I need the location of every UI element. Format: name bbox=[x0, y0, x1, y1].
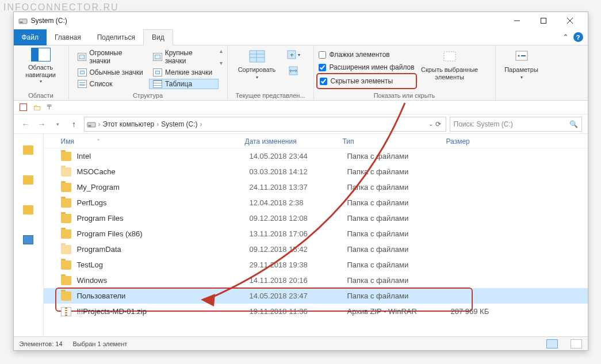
checkbox-file-extensions[interactable]: Расширения имен файлов bbox=[319, 62, 415, 73]
file-name: MSOCache bbox=[77, 167, 250, 176]
ribbon-collapse-icon[interactable]: ⌃ bbox=[562, 33, 569, 41]
chevron-right-icon[interactable]: › bbox=[98, 120, 101, 128]
folder-icon bbox=[61, 183, 71, 192]
file-row[interactable]: MSOCache03.03.2018 14:12Папка с файлами bbox=[44, 164, 588, 179]
chevron-right-icon[interactable]: › bbox=[200, 120, 202, 128]
file-row[interactable]: !!!Projects-MD-01.zip19.11.2018 11:36Арх… bbox=[44, 304, 588, 319]
sidebar-folder-icon[interactable] bbox=[23, 205, 33, 214]
checkbox-item-flags[interactable]: Флажки элементов bbox=[319, 49, 415, 60]
svg-rect-17 bbox=[521, 55, 526, 56]
explorer-window: System (C:) Файл Главная Поделиться Вид … bbox=[13, 12, 588, 351]
checkbox-flags-label: Флажки элементов bbox=[330, 51, 390, 59]
crumb-drive[interactable]: System (C:) bbox=[161, 120, 197, 128]
nav-up-button[interactable]: ↑ bbox=[68, 118, 81, 131]
breadcrumb[interactable]: › Этот компьютер › System (C:) › ⌄ ⟳ bbox=[84, 117, 446, 132]
svg-rect-6 bbox=[250, 51, 265, 62]
select-all-checkbox[interactable] bbox=[20, 104, 27, 111]
maximize-icon bbox=[541, 18, 546, 24]
statusbar: Элементов: 14 Выбран 1 элемент bbox=[14, 336, 588, 350]
search-input[interactable]: Поиск: System (C:) 🔍 bbox=[450, 117, 582, 132]
maximize-button[interactable] bbox=[530, 12, 557, 29]
nav-forward-button[interactable]: → bbox=[36, 118, 48, 131]
minimize-button[interactable] bbox=[504, 12, 530, 29]
view-thumbnails-button[interactable] bbox=[571, 339, 582, 348]
layout-table[interactable]: Таблица bbox=[149, 79, 218, 89]
file-row[interactable]: TestLog29.11.2018 19:38Папка с файлами bbox=[44, 257, 588, 273]
column-header-name[interactable]: Имя˄ bbox=[61, 137, 245, 145]
sidebar-quick-access-icon[interactable] bbox=[23, 145, 33, 155]
filter-indicator-icon[interactable]: 〒 bbox=[47, 102, 53, 112]
menu-file[interactable]: Файл bbox=[14, 29, 47, 45]
status-selection: Выбран 1 элемент bbox=[73, 340, 128, 347]
menubar: Файл Главная Поделиться Вид ⌃ ? bbox=[14, 29, 588, 45]
folder-icon bbox=[61, 276, 71, 285]
close-button[interactable] bbox=[557, 12, 583, 29]
folder-icon: 🗀 bbox=[33, 103, 41, 112]
folder-icon bbox=[61, 292, 71, 301]
file-row[interactable]: Program Files09.12.2018 12:08Папка с фай… bbox=[44, 210, 588, 226]
chevron-right-icon[interactable]: › bbox=[156, 120, 159, 128]
column-header-date[interactable]: Дата изменения bbox=[245, 137, 343, 145]
search-placeholder: Поиск: System (C:) bbox=[454, 120, 513, 128]
chevron-down-icon: ▾ bbox=[298, 52, 300, 58]
svg-rect-3 bbox=[541, 18, 546, 24]
add-column-button[interactable]: +▾ bbox=[285, 48, 301, 62]
file-type: Папка с файлами bbox=[347, 260, 451, 269]
svg-text:+: + bbox=[290, 51, 294, 59]
checkbox-hidden-items[interactable]: Скрытые элементы bbox=[320, 75, 414, 87]
menu-view[interactable]: Вид bbox=[143, 29, 173, 45]
folder-icon bbox=[61, 167, 71, 177]
autosize-button[interactable] bbox=[285, 64, 301, 78]
file-type: Папка с файлами bbox=[347, 292, 451, 300]
layout-scroll-up-icon[interactable]: ▴ bbox=[220, 48, 223, 54]
nav-pane-button[interactable]: Область навигации ▾ bbox=[18, 48, 63, 84]
crumb-this-pc[interactable]: Этот компьютер bbox=[103, 120, 155, 128]
file-row[interactable]: Program Files (x86)13.11.2018 17:06Папка… bbox=[44, 226, 588, 242]
folder-icon bbox=[61, 245, 71, 254]
sidebar-this-pc-icon[interactable] bbox=[23, 235, 33, 244]
file-row[interactable]: Intel14.05.2018 23:44Папка с файлами bbox=[44, 148, 588, 164]
ribbon-group-layout-label: Структура bbox=[74, 91, 223, 99]
refresh-icon[interactable]: ⟳ bbox=[435, 120, 441, 128]
column-header-size[interactable]: Размер bbox=[446, 137, 515, 145]
minimize-icon bbox=[514, 18, 520, 24]
layout-normal-icons[interactable]: Обычные значки bbox=[74, 67, 148, 78]
file-row[interactable]: Windows14.11.2018 20:16Папка с файлами bbox=[44, 273, 588, 288]
layout-huge-icons[interactable]: Огромные значки bbox=[74, 48, 148, 66]
sort-button[interactable]: Сортировать ▾ bbox=[232, 48, 282, 81]
ribbon-group-empty-label bbox=[500, 91, 543, 99]
file-row[interactable]: Пользователи14.05.2018 23:47Папка с файл… bbox=[44, 288, 588, 304]
file-row[interactable]: ProgramData09.12.2018 15:42Папка с файла… bbox=[44, 242, 588, 257]
menu-home[interactable]: Главная bbox=[47, 29, 89, 45]
help-icon[interactable]: ? bbox=[573, 32, 583, 42]
layout-huge-label: Огромные значки bbox=[89, 49, 144, 65]
options-button[interactable]: Параметры ▾ bbox=[500, 48, 543, 81]
checkbox-ext-label: Расширения имен файлов bbox=[330, 63, 415, 71]
nav-recent-button[interactable]: ▾ bbox=[52, 118, 64, 131]
file-row[interactable]: My_Program24.11.2018 13:37Папка с файлам… bbox=[44, 179, 588, 195]
hide-selected-button[interactable]: Скрыть выбранные элементы bbox=[418, 48, 481, 81]
file-date: 03.03.2018 14:12 bbox=[250, 167, 347, 176]
file-rows: Intel14.05.2018 23:44Папка с файламиMSOC… bbox=[44, 148, 588, 336]
hide-selected-label: Скрыть выбранные элементы bbox=[418, 66, 481, 81]
file-row[interactable]: PerfLogs12.04.2018 2:38Папка с файлами bbox=[44, 195, 588, 210]
layout-scroll-down-icon[interactable]: ▾ bbox=[220, 60, 223, 66]
drive-icon bbox=[87, 120, 96, 129]
menu-share[interactable]: Поделиться bbox=[89, 29, 143, 45]
file-date: 13.11.2018 17:06 bbox=[250, 229, 347, 238]
address-dropdown-icon[interactable]: ⌄ bbox=[428, 121, 433, 127]
nav-tree-sidebar[interactable] bbox=[14, 134, 44, 336]
sidebar-folder-icon[interactable] bbox=[23, 175, 33, 185]
column-header-type[interactable]: Тип bbox=[343, 137, 446, 145]
file-type: Папка с файлами bbox=[347, 214, 451, 223]
file-name: Program Files (x86) bbox=[77, 229, 250, 238]
layout-small-icons[interactable]: Мелкие значки bbox=[149, 67, 218, 78]
chevron-down-icon: ▾ bbox=[40, 79, 42, 84]
layout-list[interactable]: Список bbox=[74, 79, 148, 89]
file-type: Папка с файлами bbox=[347, 183, 451, 191]
view-details-button[interactable] bbox=[546, 339, 558, 348]
svg-rect-1 bbox=[20, 22, 22, 23]
layout-large-icons[interactable]: Крупные значки bbox=[149, 48, 218, 66]
nav-back-button[interactable]: ← bbox=[20, 118, 32, 131]
zip-icon bbox=[61, 307, 71, 316]
